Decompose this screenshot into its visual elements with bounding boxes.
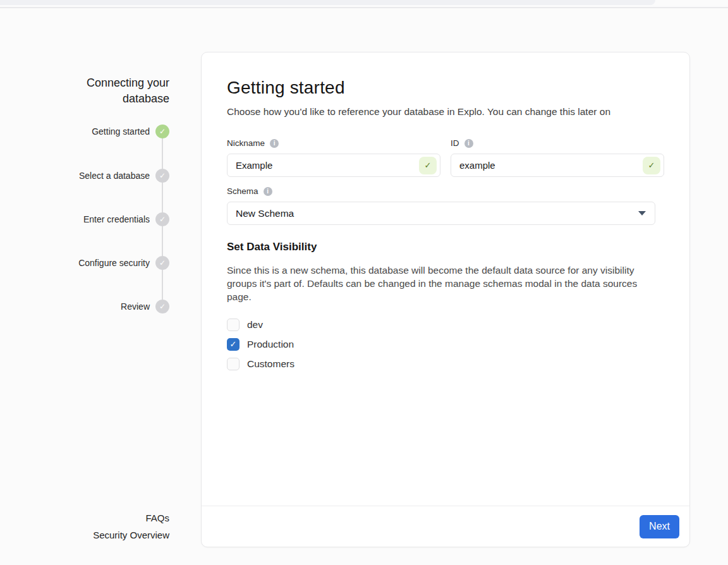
checkbox-unchecked[interactable] [227, 358, 240, 370]
wizard-title: Connecting your database [37, 75, 169, 107]
stepper-item-getting-started[interactable]: Getting started ✓ [25, 124, 169, 139]
page-subtitle: Choose how you'd like to reference your … [227, 106, 664, 118]
info-icon[interactable]: i [464, 139, 473, 148]
valid-check-icon: ✓ [419, 157, 437, 174]
valid-check-icon: ✓ [643, 157, 660, 174]
checkbox-label: dev [247, 319, 263, 331]
schema-label: Schema [227, 186, 258, 196]
checkbox-unchecked[interactable] [227, 319, 240, 331]
step-complete-check-icon: ✓ [155, 125, 169, 138]
nickname-field-group: Nickname i Example ✓ [227, 138, 440, 177]
step-pending-check-icon: ✓ [155, 212, 169, 226]
nickname-label: Nickname [227, 138, 265, 148]
step-label: Getting started [92, 126, 150, 137]
visibility-group-production[interactable]: ✓ Production [227, 337, 664, 351]
security-overview-link[interactable]: Security Overview [37, 530, 169, 540]
id-field-group: ID i example ✓ [451, 138, 664, 177]
info-icon[interactable]: i [270, 139, 279, 148]
nickname-id-row: Nickname i Example ✓ ID i example ✓ [227, 138, 664, 177]
info-icon[interactable]: i [264, 187, 272, 196]
page-title: Getting started [227, 78, 664, 98]
visibility-group-customers[interactable]: Customers [227, 357, 664, 370]
schema-field-group: Schema i New Schema [227, 186, 664, 225]
step-label: Enter credentials [83, 214, 150, 224]
schema-select[interactable]: New Schema [227, 202, 655, 225]
visibility-groups-list: dev ✓ Production Customers [227, 318, 664, 370]
checkbox-label: Production [247, 339, 294, 350]
chevron-down-icon [638, 211, 646, 216]
step-label: Configure security [78, 258, 150, 268]
stepper-item-review[interactable]: Review ✓ [25, 299, 169, 314]
window-top-divider [0, 7, 728, 8]
data-visibility-description: Since this is a new schema, this databas… [227, 264, 663, 303]
id-input[interactable]: example ✓ [451, 154, 664, 177]
data-visibility-heading: Set Data Visibility [227, 241, 664, 253]
id-label: ID [451, 138, 459, 148]
checkbox-label: Customers [247, 358, 294, 370]
id-value: example [459, 160, 495, 171]
stepper-item-configure-security[interactable]: Configure security ✓ [25, 255, 169, 270]
step-pending-check-icon: ✓ [155, 169, 169, 183]
nickname-input[interactable]: Example ✓ [227, 154, 440, 177]
step-pending-check-icon: ✓ [155, 256, 169, 270]
checkbox-checked[interactable]: ✓ [227, 338, 240, 351]
stepper-item-select-database[interactable]: Select a database ✓ [25, 168, 169, 183]
card-footer: Next [202, 506, 689, 547]
faqs-link[interactable]: FAQs [37, 513, 169, 523]
step-label: Review [121, 301, 150, 312]
visibility-group-dev[interactable]: dev [227, 318, 664, 331]
window-top-bar [0, 0, 655, 5]
getting-started-card: Getting started Choose how you'd like to… [201, 52, 690, 547]
schema-selected-value: New Schema [236, 208, 294, 219]
stepper-item-enter-credentials[interactable]: Enter credentials ✓ [25, 212, 169, 227]
next-button[interactable]: Next [640, 515, 679, 538]
step-pending-check-icon: ✓ [155, 300, 169, 313]
step-label: Select a database [79, 171, 150, 181]
nickname-value: Example [236, 160, 272, 171]
